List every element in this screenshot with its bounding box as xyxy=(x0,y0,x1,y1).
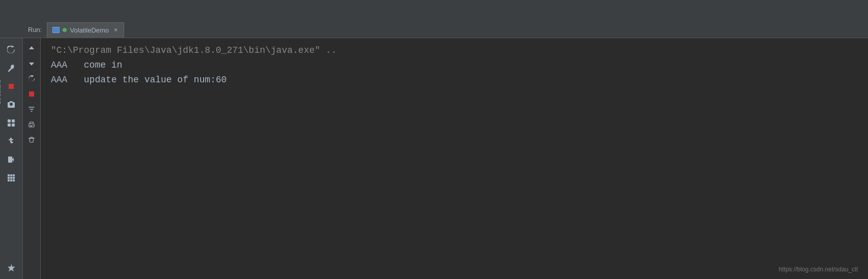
structure-label: Structure xyxy=(0,79,2,104)
tab-file-icon xyxy=(52,27,60,33)
tabs-area: Run: VolatileDemo × xyxy=(23,0,124,38)
tab-close-button[interactable]: × xyxy=(114,26,118,34)
rerun-console-button[interactable] xyxy=(25,72,38,85)
svg-rect-2 xyxy=(12,119,15,122)
svg-rect-13 xyxy=(13,179,15,181)
svg-rect-3 xyxy=(8,123,11,127)
scroll-up-button[interactable] xyxy=(25,42,38,55)
layout-icon[interactable] xyxy=(4,115,19,131)
console-line-1: "C:\Program Files\Java\jdk1.8.0_271\bin\… xyxy=(51,43,858,58)
stop-console-button[interactable] xyxy=(25,87,38,101)
filter-button[interactable] xyxy=(25,103,38,116)
svg-rect-6 xyxy=(10,174,12,176)
svg-rect-9 xyxy=(10,177,12,179)
main-content: Structure Favorites xyxy=(0,38,868,279)
svg-rect-5 xyxy=(8,174,10,176)
svg-rect-11 xyxy=(8,179,10,181)
rerun-icon[interactable] xyxy=(4,42,19,57)
svg-rect-17 xyxy=(30,126,32,127)
scroll-down-button[interactable] xyxy=(25,57,38,70)
tab-run-indicator xyxy=(63,28,67,32)
svg-rect-4 xyxy=(12,123,15,127)
svg-rect-12 xyxy=(10,179,12,181)
camera-icon[interactable] xyxy=(4,97,19,112)
volatile-demo-tab[interactable]: VolatileDemo × xyxy=(47,22,124,38)
tab-name: VolatileDemo xyxy=(70,26,109,34)
svg-rect-14 xyxy=(29,91,34,97)
svg-rect-1 xyxy=(8,119,11,122)
console-line-2: AAA come in xyxy=(51,58,858,73)
grid-icon[interactable] xyxy=(4,170,19,185)
svg-rect-10 xyxy=(13,177,15,179)
print-button[interactable] xyxy=(25,118,38,131)
svg-rect-16 xyxy=(30,125,33,126)
plugin-icon[interactable] xyxy=(4,134,19,149)
run-label: Run: xyxy=(23,26,47,38)
star-icon[interactable] xyxy=(4,260,19,275)
left-sidebar: Structure Favorites xyxy=(0,38,23,279)
console-output-area: "C:\Program Files\Java\jdk1.8.0_271\bin\… xyxy=(41,38,868,279)
toolbar-column xyxy=(23,38,41,279)
console-line-3: AAA update the value of num:60 xyxy=(51,73,858,87)
trash-button[interactable] xyxy=(25,133,38,146)
entry-icon[interactable] xyxy=(4,152,19,167)
svg-rect-7 xyxy=(13,174,15,176)
top-bar-left xyxy=(0,0,23,38)
stop-icon[interactable] xyxy=(4,79,19,94)
favorites-label: Favorites xyxy=(0,191,1,216)
wrench-icon[interactable] xyxy=(4,60,19,76)
svg-rect-0 xyxy=(9,84,14,89)
top-bar: Run: VolatileDemo × xyxy=(0,0,868,38)
watermark-url: https://blog.csdn.net/sdau_clt xyxy=(779,266,858,273)
svg-rect-8 xyxy=(8,177,10,179)
